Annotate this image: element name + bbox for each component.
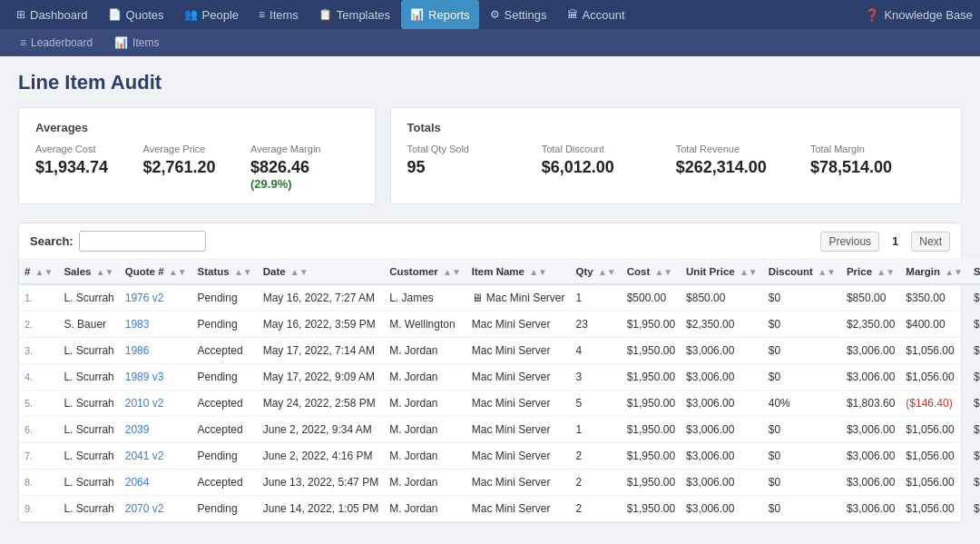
cell-qty: 1 [571, 284, 622, 312]
cell-sales: S. Bauer [58, 312, 119, 338]
cell-qty: 3 [571, 364, 622, 391]
cell-price: $3,006.00 [841, 443, 900, 470]
nav-dashboard[interactable]: ⊞ Dashboard [7, 0, 97, 29]
table-row: 4. L. Scurrah 1989 v3 Pending May 17, 20… [19, 364, 980, 391]
col-discount[interactable]: Discount ▲▼ [763, 260, 841, 284]
cell-item: Mac Mini Server [466, 364, 571, 391]
cell-margin: $350.00 [900, 284, 968, 312]
cell-num: 3. [19, 338, 58, 364]
table-row: 2. S. Bauer 1983 Pending May 16, 2022, 3… [19, 312, 980, 338]
nav-people[interactable]: 👥 People [175, 0, 248, 29]
cell-price: $3,006.00 [841, 364, 900, 391]
cell-subtotal: $6,012.00 [968, 470, 980, 496]
cell-date: June 2, 2022, 4:16 PM [258, 443, 384, 470]
avg-cost-value: $1,934.74 [35, 158, 129, 177]
nav-settings[interactable]: ⚙ Settings [481, 0, 556, 29]
avg-price-metric: Average Price $2,761.20 [143, 143, 251, 191]
cell-customer: L. James [384, 284, 466, 312]
cell-item: Mac Mini Server [466, 470, 571, 496]
total-revenue-metric: Total Revenue $262,314.00 [676, 143, 810, 177]
cell-discount: $0 [763, 470, 841, 496]
nav-quotes[interactable]: 📄 Quotes [99, 0, 173, 29]
line-item-table: # ▲▼ Sales ▲▼ Quote # ▲▼ Status ▲▼ Date … [19, 260, 980, 522]
cell-cost: $1,950.00 [622, 364, 681, 391]
table-row: 6. L. Scurrah 2039 Accepted June 2, 2022… [19, 417, 980, 443]
cell-cost: $1,950.00 [622, 391, 681, 417]
cell-price: $1,803.60 [841, 391, 900, 417]
page-content: Line Item Audit Averages Average Cost $1… [0, 56, 980, 538]
knowledge-base-link[interactable]: ❓ Knowledge Base [865, 8, 973, 22]
cell-discount: $0 [763, 364, 841, 391]
avg-margin-value: $826.46 [250, 158, 344, 177]
cell-date: May 16, 2022, 3:59 PM [258, 312, 384, 338]
averages-title: Averages [35, 121, 358, 134]
nav-reports[interactable]: 📊 Reports [401, 0, 479, 29]
items-icon: ≡ [259, 8, 265, 21]
col-status[interactable]: Status ▲▼ [192, 260, 258, 284]
col-item[interactable]: Item Name ▲▼ [466, 260, 571, 284]
cell-quote: 2010 v2 [120, 391, 192, 417]
cell-cost: $1,950.00 [622, 470, 681, 496]
total-discount-metric: Total Discount $6,012.00 [542, 143, 676, 177]
cell-qty: 1 [571, 417, 622, 443]
sub-nav: ≡ Leaderboard 📊 Items [0, 29, 980, 56]
cell-sales: L. Scurrah [58, 338, 119, 364]
cell-margin: $1,056.00 [900, 338, 968, 364]
nav-account[interactable]: 🏛 Account [558, 0, 634, 29]
search-group: Search: [30, 231, 206, 252]
nav-items[interactable]: ≡ Items [250, 0, 308, 29]
cell-customer: M. Wellington [384, 312, 466, 338]
col-customer[interactable]: Customer ▲▼ [384, 260, 466, 284]
cell-price: $3,006.00 [841, 496, 900, 522]
col-num[interactable]: # ▲▼ [19, 260, 58, 284]
cell-num: 5. [19, 391, 58, 417]
cell-subtotal: $54,050.00 [968, 312, 980, 338]
next-page-button[interactable]: Next [911, 232, 950, 252]
cell-unit-price: $850.00 [681, 284, 763, 312]
prev-page-button[interactable]: Previous [820, 232, 879, 252]
cell-discount: $0 [763, 312, 841, 338]
cell-qty: 4 [571, 338, 622, 364]
cell-quote: 2039 [120, 417, 192, 443]
cell-subtotal: $6,012.00 [968, 443, 980, 470]
nav-templates[interactable]: 📋 Templates [309, 0, 399, 29]
cell-date: May 24, 2022, 2:58 PM [258, 391, 384, 417]
cell-sales: L. Scurrah [58, 391, 119, 417]
cell-discount: $0 [763, 284, 841, 312]
col-cost[interactable]: Cost ▲▼ [622, 260, 681, 284]
subnav-items[interactable]: 📊 Items [105, 29, 168, 56]
col-quote[interactable]: Quote # ▲▼ [120, 260, 192, 284]
total-discount-value: $6,012.00 [542, 158, 662, 177]
col-unit-price[interactable]: Unit Price ▲▼ [681, 260, 763, 284]
cell-status: Accepted [192, 417, 258, 443]
cell-discount: $0 [763, 496, 841, 522]
cell-discount: $0 [763, 417, 841, 443]
cell-subtotal: $850.00 [968, 284, 980, 312]
cell-price: $3,006.00 [841, 417, 900, 443]
pagination: Previous 1 Next [820, 232, 950, 252]
col-price[interactable]: Price ▲▼ [841, 260, 900, 284]
cell-sales: L. Scurrah [58, 364, 119, 391]
col-sales[interactable]: Sales ▲▼ [58, 260, 119, 284]
avg-margin-sub: (29.9%) [250, 177, 344, 191]
cell-unit-price: $3,006.00 [681, 338, 763, 364]
col-qty[interactable]: Qty ▲▼ [571, 260, 622, 284]
cell-date: May 17, 2022, 7:14 AM [258, 338, 384, 364]
cell-date: May 16, 2022, 7:27 AM [258, 284, 384, 312]
cell-num: 2. [19, 312, 58, 338]
cell-num: 8. [19, 470, 58, 496]
cell-qty: 2 [571, 443, 622, 470]
cell-date: June 13, 2022, 5:47 PM [258, 470, 384, 496]
subnav-leaderboard[interactable]: ≡ Leaderboard [11, 29, 102, 56]
col-date[interactable]: Date ▲▼ [258, 260, 384, 284]
totals-metrics: Total Qty Sold 95 Total Discount $6,012.… [407, 143, 946, 177]
cell-quote: 1983 [120, 312, 192, 338]
search-input[interactable] [79, 231, 206, 252]
cell-quote: 2070 v2 [120, 496, 192, 522]
avg-price-label: Average Price [143, 143, 237, 154]
col-subtotal[interactable]: Subtotal ▲▼ [968, 260, 980, 284]
col-margin[interactable]: Margin ▲▼ [900, 260, 968, 284]
cell-customer: M. Jordan [384, 364, 466, 391]
cell-sales: L. Scurrah [58, 417, 119, 443]
cell-item: Mac Mini Server [466, 312, 571, 338]
